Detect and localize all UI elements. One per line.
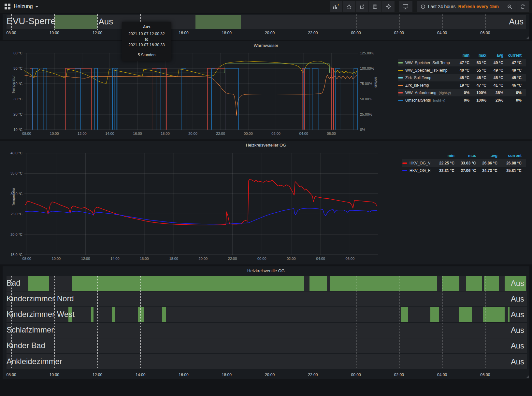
time-tick-04:00: 04:00 [437, 31, 447, 35]
time-tick-20:00: 20:00 [265, 31, 275, 35]
time-tick-08:00: 08:00 [7, 31, 16, 35]
refresh-interval-label: Refresh every 15m [458, 4, 499, 9]
star-button[interactable] [343, 1, 355, 12]
legend-series-WW_Speicher_Ist-Temp[interactable]: WW_Speicher_Ist-Temp [398, 68, 451, 73]
row-strip-Kinder Bad [7, 338, 527, 353]
ytick-35.0 °C: 35.0 °C [9, 171, 22, 175]
panel-title[interactable]: Warmwasser [0, 43, 532, 48]
legend-value-avg: 35% [486, 91, 503, 95]
save-button[interactable] [369, 1, 381, 12]
legend-series-HKV_OG_RL[interactable]: HKV_OG_RL [402, 168, 430, 173]
share-button[interactable] [356, 1, 368, 12]
time-tick-14:00: 14:00 [105, 132, 114, 135]
settings-button[interactable] [382, 1, 395, 12]
panel-title[interactable]: Heizkreisventile OG [3, 268, 529, 273]
legend-axis-note: (right-y) [439, 91, 451, 95]
ytick-40.0 °C: 40.0 °C [9, 151, 22, 155]
legend-header-max: max [454, 153, 476, 158]
legend-header-max: max [469, 53, 486, 58]
tv-mode-button[interactable] [399, 1, 412, 12]
y2tick-0%: 0% [360, 128, 365, 132]
valve-on-block [91, 307, 94, 322]
legend-value-avg: 20% [486, 98, 503, 103]
time-tick-22:00: 22:00 [216, 132, 225, 135]
time-tick-08:00: 08:00 [7, 373, 16, 377]
panel-warmwasser: Warmwasser60 °C50 °C40 °C30 °C20 °C10 °C… [0, 41, 532, 139]
time-tick-00:00: 00:00 [257, 257, 266, 261]
refresh-icon [520, 4, 525, 9]
add-panel-button[interactable] [330, 1, 342, 12]
panel-heizkreisverteiler-og: Heizkreisverteiler OG40.0 °C35.0 °C30.0 … [0, 141, 532, 264]
time-tick-06:00: 06:00 [480, 31, 490, 35]
series-Zirk_Ist-Temp [24, 75, 357, 116]
refresh-button[interactable] [516, 1, 529, 12]
tooltip-state: Aus [126, 25, 167, 29]
time-tick-22:00: 22:00 [308, 31, 318, 35]
time-tick-04:00: 04:00 [316, 257, 325, 261]
time-tick-16:00: 16:00 [133, 132, 142, 135]
legend-value-current: 49 °C [503, 68, 522, 73]
series-WW_Speicher_Ist-Temp [24, 61, 357, 83]
legend-value-min: 45 °C [451, 76, 469, 80]
valve-on-block [459, 307, 472, 322]
legend-series-name: WW_Speicher_Soll-Temp [405, 61, 450, 65]
panel-title[interactable]: Heizkreisverteiler OG [0, 143, 532, 148]
dashboard-title-dropdown[interactable]: Heizung [14, 4, 38, 9]
grid-line-26 [399, 14, 399, 30]
valve-row-label: Bad [7, 278, 21, 288]
valve-on-block [330, 276, 437, 291]
grafana-logo-icon[interactable] [5, 4, 10, 9]
evu-state-value-mid: Aus [98, 17, 113, 27]
legend-value-current: 26.88 °C [497, 161, 522, 165]
time-tick-10:00: 10:00 [50, 132, 59, 135]
valve-on-block [483, 307, 505, 322]
legend-value-max: 45 °C [469, 76, 486, 80]
time-tick-08:00: 08:00 [22, 132, 31, 135]
ytick-20 °C: 20 °C [9, 112, 22, 116]
valve-row-label: Schlafzimmer [7, 325, 54, 334]
legend-series-WW_Speicher_Soll-Temp[interactable]: WW_Speicher_Soll-Temp [398, 61, 451, 65]
ytick-15.0 °C: 15.0 °C [9, 253, 22, 257]
time-tick-02:00: 02:00 [394, 31, 404, 35]
legend-series-name: WW_Speicher_Ist-Temp [405, 68, 447, 73]
legend-row: HKV_OG_VL22.25 °C33.63 °C26.86 °C26.88 °… [402, 159, 526, 167]
warmwasser-plot [24, 53, 358, 130]
valve-row-label: Kinder Bad [7, 341, 45, 350]
panel-resize-handle[interactable] [526, 36, 529, 39]
time-tick-00:00: 00:00 [351, 31, 361, 35]
legend-value-current: 46 °C [503, 83, 522, 88]
time-tick-04:00: 04:00 [299, 132, 308, 135]
legend-value-avg: 49 °C [486, 61, 503, 65]
dashboard-title: Heizung [14, 4, 33, 9]
legend-series-Umschaltventil[interactable]: Umschaltventil(right-y) [398, 98, 451, 103]
valve-state-value: Aus [511, 294, 524, 304]
legend-value-avg: 24.73 °C [476, 168, 497, 173]
share-icon [359, 4, 365, 9]
legend-row: Umschaltventil(right-y)0%100%20%0% [398, 96, 526, 104]
grid-line-12 [97, 14, 98, 30]
time-range-label: Last 24 hours [428, 4, 456, 9]
grid-line-8 [11, 276, 12, 369]
legend-swatch [398, 70, 403, 71]
legend-series-WW_Anforderung[interactable]: WW_Anforderung(right-y) [398, 91, 451, 95]
legend-series-Zirk_Ist-Temp[interactable]: Zirk_Ist-Temp [398, 83, 451, 88]
legend-series-Zirk_Soll-Temp[interactable]: Zirk_Soll-Temp [398, 76, 451, 80]
legend-series-HKV_OG_VL[interactable]: HKV_OG_VL [402, 161, 430, 165]
panel-evu-sperre: EVU-SperreAusAus08:0010:0012:0014:0016:0… [3, 14, 529, 40]
hkv-legend: minmaxavgcurrentHKV_OG_VL22.25 °C33.63 °… [402, 152, 526, 174]
valve-row-label: Ankleidezimmer [7, 357, 62, 366]
time-picker-button[interactable]: Last 24 hours Refresh every 15m [417, 1, 503, 12]
time-tick-10:00: 10:00 [50, 373, 59, 377]
legend-value-avg: 49 °C [486, 68, 503, 73]
legend-swatch [398, 92, 403, 93]
save-icon [372, 4, 378, 9]
row-strip-Ankleidezimmer [7, 354, 527, 369]
time-tick-20:00: 20:00 [188, 132, 197, 135]
zoom-out-button[interactable] [503, 1, 516, 12]
legend-value-current: 45 °C [503, 76, 522, 80]
legend-value-max: 100% [469, 91, 486, 95]
time-axis: 08:0010:0012:0014:0016:0018:0020:0022:00… [0, 31, 532, 36]
series-HKV_OG_RL [25, 208, 377, 224]
panel-resize-handle[interactable] [526, 375, 529, 378]
panel-heizkreisventile-og: Heizkreisventile OGBadAusKinderzimmer No… [3, 266, 529, 379]
